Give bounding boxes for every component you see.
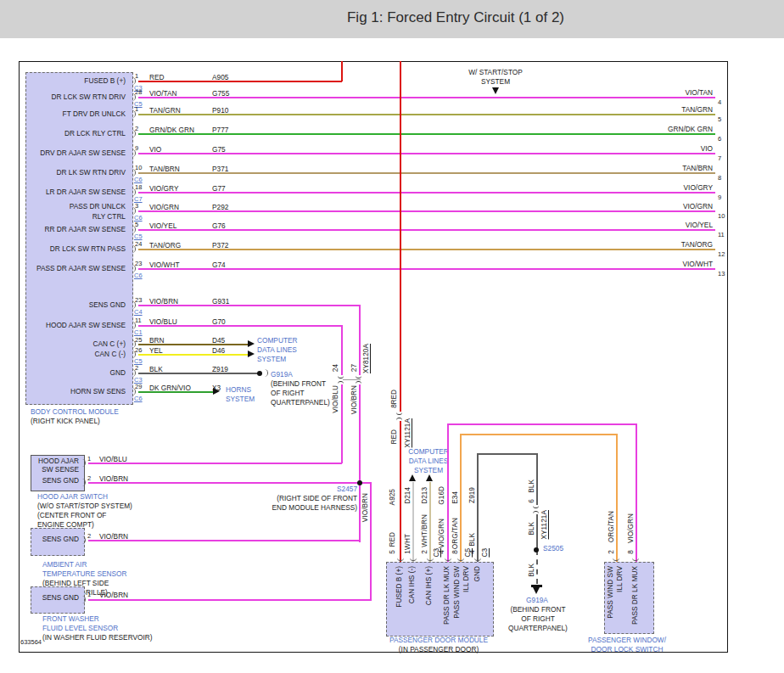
wire-segment (138, 192, 715, 193)
wire-segment (88, 482, 360, 484)
circuit-label: E34 (451, 491, 459, 504)
wire-segment (636, 423, 637, 563)
wire-color-label: BLK (468, 533, 476, 547)
ground-location: OF RIGHT (496, 614, 580, 623)
page-title: Fig 1: Forced Entry Circuit (1 of 2) (127, 9, 784, 26)
pin-number: 29 (135, 383, 142, 391)
wire-color-label: VIO/BRN (99, 532, 128, 541)
splice-id: S2505 (543, 544, 563, 552)
up-arrow-icon (426, 474, 433, 481)
system-arrow-icon (248, 340, 255, 347)
pin-number: 23 (135, 260, 142, 268)
pin-number: 8 (627, 550, 635, 554)
wire-color-label: VIO/GRN (438, 519, 445, 548)
wire-color-label: VIO/YEL (624, 221, 713, 229)
wire-segment (138, 344, 249, 345)
ground-location: (BEHIND FRONT (496, 605, 580, 614)
system-note: SYSTEM (397, 466, 460, 474)
sensor-pin-label: SENS GND (32, 535, 79, 543)
switch-pin-label: SW SENSE (32, 465, 79, 474)
wire-segment (138, 325, 342, 327)
inline-connector-id: XY8120A (362, 344, 370, 373)
pin-number: 24 (332, 364, 339, 372)
component-name: DOOR LOCK SWITCH (572, 645, 682, 653)
wire-color-label: BLK (528, 564, 535, 577)
module-pin-label: PASS DR LK MUX (443, 566, 451, 625)
ground-id: G919A (271, 370, 293, 379)
wire-color-label: RED (390, 390, 398, 405)
pin-number: 1 (404, 550, 412, 554)
exit-number: 5 (718, 115, 721, 124)
wire-segment (138, 133, 715, 135)
system-note: COMPUTER (397, 447, 460, 456)
wire-color-label: ORG/TAN (608, 511, 615, 542)
wire-color-label: VIO/GRN (627, 513, 635, 543)
pin-number: 4 (468, 550, 476, 554)
switch-pin-label: PASS WIND SW (607, 566, 614, 619)
up-arrow-icon (409, 474, 416, 481)
bcm-pin-label: SENS GND (27, 300, 126, 309)
bcm-pin-label: CAN C (+) (27, 339, 126, 348)
system-note: HORNS (226, 385, 251, 394)
wire-color-label: VIO/TAN (624, 88, 713, 97)
wire-segment (477, 453, 479, 563)
wire-color-label: VIO/WHT (624, 260, 713, 268)
pin-number: 24 (135, 240, 142, 249)
splice-id: S2457 (251, 485, 357, 493)
system-note: COMPUTER (257, 336, 297, 345)
pin-number: 1 (87, 455, 91, 463)
system-note: DATA LINES (257, 345, 297, 354)
ring-terminal-icon (257, 371, 262, 376)
wire-segment (138, 114, 715, 115)
component-location: (IN WASHER FLUID RESERVOIR) (42, 633, 153, 642)
module-pin-label: FUSED B (+) (395, 566, 403, 608)
bcm-pin-label: DR LCK SW RTN PASS (27, 244, 126, 253)
pin-number: 6 (528, 499, 535, 503)
wire-color-label: VIO/GRN (624, 202, 713, 210)
circuit-label: G16D (438, 486, 445, 505)
wire-color-label: VIO/BLU (99, 455, 127, 463)
wire-color-label: TAN/ORG (624, 240, 713, 249)
pin-number: 2 (608, 550, 615, 554)
wire-segment (138, 268, 715, 270)
wire-color-label: BLK (528, 480, 535, 493)
wire-color-label: VIO/BRN (361, 493, 369, 522)
bcm-pin-label: HOOD AJAR SW SENSE (27, 321, 126, 329)
module-pin-label: CAN IHS (-) (408, 566, 416, 603)
wire-color-label: TAN/GRN (624, 105, 713, 114)
pin-number: 5 (389, 550, 396, 554)
bcm-pin-label-line2: RLY CTRL (27, 212, 126, 221)
pin-number: 4 (438, 550, 445, 554)
wire-color-label: VIO/GRY (624, 183, 713, 192)
ground-id: G919A (506, 596, 568, 604)
wire-segment (138, 373, 258, 374)
ground-location: QUARTERPANEL) (271, 398, 330, 407)
pin-number: 1 (135, 72, 138, 81)
splice-location: END MODULE HARNESS) (251, 503, 357, 512)
pin-number: 9 (135, 144, 138, 153)
pin-number: 2 (135, 125, 138, 133)
pin-number: 2 (87, 532, 91, 541)
pin-number: 27 (350, 364, 358, 372)
bcm-pin-label: DRV DR AJAR SW SENSE (27, 149, 126, 157)
wiring-diagram-page: Fig 1: Forced Entry Circuit (1 of 2) BOD… (0, 0, 784, 673)
wire-segment (400, 61, 401, 563)
exit-number: 6 (718, 135, 721, 143)
component-name: FLUID LEVEL SENSOR (42, 624, 118, 632)
wire-segment (616, 434, 618, 563)
ground-location: (BEHIND FRONT (271, 379, 326, 388)
pin-number: 1 (135, 105, 138, 114)
wire-segment (138, 229, 715, 231)
component-name: HOOD AJAR SWITCH (37, 492, 108, 501)
component-name: FRONT WASHER (42, 614, 99, 623)
wire-color-label: VIO/BRN (99, 591, 128, 599)
module-pin-label: PASS WIND SW (453, 566, 461, 619)
wire-segment (370, 482, 372, 601)
pin-number: 1 (87, 591, 91, 599)
wire-segment (412, 482, 414, 563)
connector-ref: C6 (134, 395, 143, 403)
wire-segment (460, 434, 462, 563)
wire-segment (138, 354, 249, 356)
component-location: (RIGHT KICK PANEL) (31, 417, 100, 425)
wire-segment (88, 599, 372, 601)
